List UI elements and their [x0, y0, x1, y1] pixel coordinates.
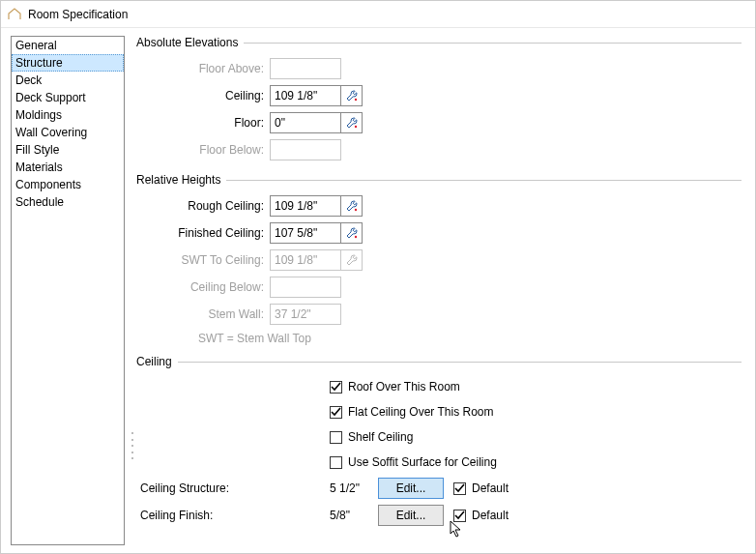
label-flat-ceiling: Flat Ceiling Over This Room [348, 405, 494, 419]
input-floor-above [270, 58, 341, 79]
checkbox-roof-over[interactable] [330, 381, 342, 394]
label-floor-above: Floor Above: [163, 62, 270, 75]
note-swt: SWT = Stem Wall Top [163, 328, 741, 345]
input-finished-ceiling[interactable] [270, 222, 363, 244]
app-icon [7, 7, 22, 22]
label-rough-ceiling: Rough Ceiling: [163, 199, 270, 213]
legend-relative: Relative Heights [136, 173, 220, 187]
checkbox-soffit[interactable] [330, 456, 342, 469]
nav-item-fill-style[interactable]: Fill Style [12, 141, 124, 159]
nav-item-components[interactable]: Components [12, 176, 124, 193]
label-roof-over: Roof Over This Room [348, 380, 460, 394]
wrench-icon[interactable] [340, 196, 362, 216]
window-title: Room Specification [28, 8, 128, 21]
wrench-icon [340, 250, 362, 270]
label-finish-default: Default [472, 509, 509, 522]
titlebar: Room Specification [1, 1, 755, 28]
checkbox-finish-default[interactable] [453, 510, 466, 522]
checkbox-structure-default[interactable] [453, 482, 466, 495]
nav-item-general[interactable]: General [12, 37, 124, 54]
wrench-icon[interactable] [340, 86, 362, 105]
label-stem-wall: Stem Wall: [163, 307, 270, 321]
group-ceiling: Ceiling Roof Over This Room Flat [136, 355, 741, 529]
group-relative: Relative Heights Rough Ceiling: [136, 173, 741, 345]
svg-point-2 [354, 209, 356, 211]
nav-item-deck-support[interactable]: Deck Support [12, 89, 124, 106]
input-floor[interactable] [270, 112, 363, 133]
nav-item-wall-covering[interactable]: Wall Covering [12, 124, 124, 141]
input-floor-below [270, 139, 341, 160]
nav-item-moldings[interactable]: Moldings [12, 106, 124, 124]
label-shelf-ceiling: Shelf Ceiling [348, 430, 413, 444]
group-absolute: Absolute Elevations Floor Above: Ceiling… [136, 36, 741, 163]
splitter-grip[interactable] [129, 432, 136, 459]
label-ceiling-finish: Ceiling Finish: [136, 509, 330, 522]
nav-item-materials[interactable]: Materials [12, 159, 124, 176]
input-ceiling-below [270, 277, 341, 298]
label-soffit: Use Soffit Surface for Ceiling [348, 455, 497, 469]
nav-item-structure[interactable]: Structure [12, 54, 124, 72]
value-ceiling-structure: 5 1/2" [330, 481, 378, 495]
label-finished-ceiling: Finished Ceiling: [163, 226, 270, 240]
svg-point-3 [354, 236, 356, 238]
edit-ceiling-structure-button[interactable]: Edit... [378, 478, 444, 499]
edit-ceiling-finish-button[interactable]: Edit... [378, 505, 444, 526]
svg-point-0 [354, 99, 356, 101]
legend-ceiling: Ceiling [136, 355, 172, 368]
value-ceiling-finish: 5/8" [330, 509, 378, 522]
input-stem-wall [270, 304, 341, 325]
nav-list: General Structure Deck Deck Support Mold… [11, 36, 125, 545]
input-ceiling[interactable] [270, 85, 363, 106]
nav-item-deck[interactable]: Deck [12, 72, 124, 89]
legend-absolute: Absolute Elevations [136, 36, 238, 49]
wrench-icon[interactable] [340, 113, 362, 132]
label-ceiling: Ceiling: [163, 89, 270, 102]
input-swt-to-ceiling [270, 249, 363, 271]
label-ceiling-structure: Ceiling Structure: [136, 481, 330, 495]
label-swt-to-ceiling: SWT To Ceiling: [163, 253, 270, 267]
checkbox-flat-ceiling[interactable] [330, 406, 342, 419]
label-floor-below: Floor Below: [163, 143, 270, 157]
label-floor: Floor: [163, 116, 270, 130]
label-structure-default: Default [472, 481, 509, 495]
wrench-icon[interactable] [340, 223, 362, 243]
nav-item-schedule[interactable]: Schedule [12, 193, 124, 211]
input-rough-ceiling[interactable] [270, 195, 363, 217]
svg-point-1 [354, 126, 356, 128]
checkbox-shelf-ceiling[interactable] [330, 431, 342, 444]
label-ceiling-below: Ceiling Below: [163, 280, 270, 294]
